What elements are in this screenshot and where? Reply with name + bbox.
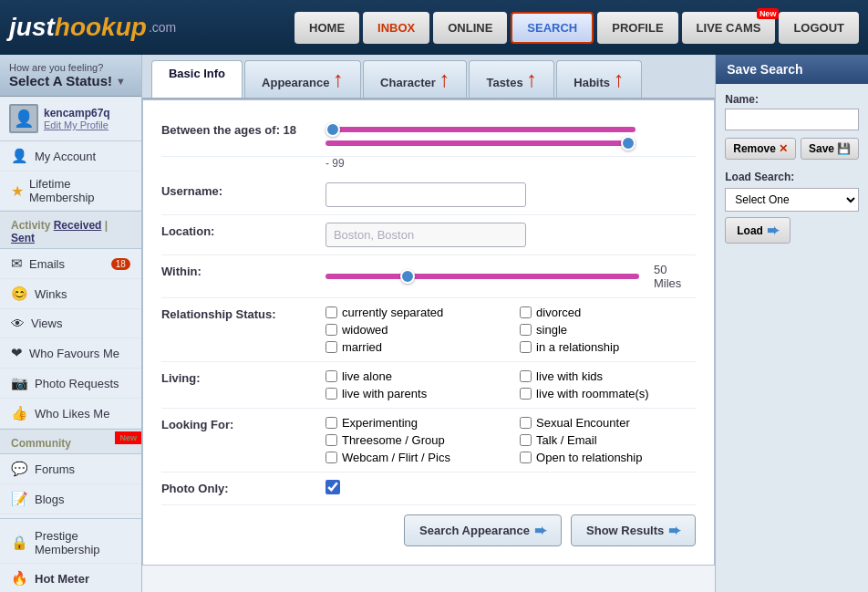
location-input[interactable] [326,223,526,247]
looking-for-label: Looking For: [161,416,326,431]
age-max-slider[interactable] [326,140,636,146]
living-options: live alone live with kids live with pare… [326,369,696,400]
emails-badge: 18 [111,258,130,270]
load-search-select[interactable]: Select One [725,188,859,212]
username-label: Username: [161,182,326,198]
tab-character[interactable]: Character ↑ [363,60,467,98]
logo-just: just [9,13,55,42]
logo-hookup: hookup [55,13,147,42]
living-kids: live with kids [520,369,696,383]
rel-single-cb[interactable] [520,324,532,336]
status-dropdown-icon: ▼ [116,76,126,87]
sidebar-item-blogs[interactable]: 📝 Blogs [0,484,141,514]
blogs-icon: 📝 [11,491,28,507]
star-icon: ★ [11,182,24,200]
community-new-badge: New [115,431,141,444]
living-alone: live alone [326,369,501,383]
sidebar-item-who-favours[interactable]: ❤ Who Favours Me [0,338,141,369]
sidebar-item-winks[interactable]: 😊 Winks [0,279,141,309]
nav-profile[interactable]: PROFILE [597,12,677,44]
load-button[interactable]: Load ➨ [725,217,790,244]
tab-tastes[interactable]: Tastes ↑ [469,60,554,98]
save-button[interactable]: Save 💾 [801,138,859,160]
sidebar-item-views[interactable]: 👁 Views [0,309,141,338]
search-appearance-button[interactable]: Search Appearance ➨ [404,514,562,546]
sidebar-item-lifetime[interactable]: ★ Lifetime Membership [0,171,141,211]
views-icon: 👁 [11,316,25,331]
save-floppy-icon: 💾 [837,142,851,155]
living-row: Living: live alone live with kids live w… [161,362,696,409]
lf-sexual-encounter-cb[interactable] [520,417,532,429]
tab-habits[interactable]: Habits ↑ [556,60,641,98]
nav-search[interactable]: SEARCH [511,12,594,44]
within-label: Within: [161,263,326,278]
relationship-label: Relationship Status: [161,306,326,321]
photo-only-label: Photo Only: [161,480,326,495]
nav: HOME INBOX ONLINE SEARCH PROFILE LIVE CA… [294,12,859,44]
save-remove-row: Remove ✕ Save 💾 [725,138,859,160]
winks-icon: 😊 [11,286,28,302]
lf-talk-email: Talk / Email [520,433,696,447]
tab-basic-info[interactable]: Basic Info [151,60,243,98]
lf-experimenting-cb[interactable] [326,417,337,429]
lf-webcam-cb[interactable] [326,452,337,463]
tab-appearance[interactable]: Appearance ↑ [244,60,361,98]
lf-open: Open to relationship [520,451,696,464]
buttons-row: Search Appearance ➨ Show Results ➨ [161,505,696,551]
rel-married-cb[interactable] [326,341,337,353]
prestige-icon: 🔒 [11,535,28,551]
rel-widowed: widowed [326,323,501,337]
nav-online[interactable]: ONLINE [433,12,507,44]
save-search-name-input[interactable] [725,109,859,130]
rel-in-relationship-cb[interactable] [520,341,532,353]
living-roommates-cb[interactable] [520,388,532,400]
rel-currently-separated-cb[interactable] [326,306,337,318]
sidebar-item-emails[interactable]: ✉ Emails 18 [0,249,141,279]
search-tabs: Basic Info Appearance ↑ Character ↑ Tast… [142,55,715,99]
profile-edit-link[interactable]: Edit My Profile [44,119,110,130]
remove-x-icon: ✕ [779,142,788,155]
lf-experimenting: Experimenting [326,416,501,430]
sidebar-item-photo-requests[interactable]: 📷 Photo Requests [0,369,141,399]
right-panel: Save Search Name: Remove ✕ Save 💾 Load S… [715,55,868,592]
show-results-button[interactable]: Show Results ➨ [571,514,696,546]
status-box[interactable]: How are you feeling? Select A Status! ▼ [0,55,141,97]
appearance-arrow: ↑ [333,67,344,92]
nav-home[interactable]: HOME [294,12,359,44]
sidebar-item-my-account[interactable]: 👤 My Account [0,141,141,171]
living-roommates: live with roommate(s) [520,387,696,400]
living-parents-cb[interactable] [326,388,337,400]
character-arrow: ↑ [439,67,450,92]
lf-sexual-encounter: Sexual Encounter [520,416,696,430]
living-kids-cb[interactable] [520,370,532,382]
remove-button[interactable]: Remove ✕ [725,138,796,160]
sidebar-item-prestige[interactable]: 🔒 Prestige Membership [0,523,141,564]
nav-logout[interactable]: LOGOUT [779,12,859,44]
email-icon: ✉ [11,255,23,272]
within-slider[interactable] [326,274,639,279]
sidebar-item-hot-meter[interactable]: 🔥 Hot Meter [0,564,141,592]
living-alone-cb[interactable] [326,370,337,382]
age-row: Between the ages of: 18 [161,114,696,157]
rel-currently-separated: currently separated [326,306,501,319]
logo: justhookup.com [9,13,176,42]
lf-talk-email-cb[interactable] [520,434,532,446]
status-select[interactable]: Select A Status! ▼ [9,73,132,88]
sidebar-item-forums[interactable]: 💬 Forums [0,454,141,484]
thumbsup-icon: 👍 [11,405,28,421]
username-input[interactable] [326,182,526,207]
rel-widowed-cb[interactable] [326,324,337,336]
nav-inbox[interactable]: INBOX [363,12,429,44]
sidebar-item-who-likes[interactable]: 👍 Who Likes Me [0,399,141,429]
tastes-arrow: ↑ [526,67,537,92]
lf-open-cb[interactable] [520,452,532,463]
age-min-slider[interactable] [326,127,636,132]
profile-box: 👤 kencamp67q Edit My Profile [0,97,141,141]
header: justhookup.com HOME INBOX ONLINE SEARCH … [0,0,868,55]
rel-divorced-cb[interactable] [520,306,532,318]
layout: How are you feeling? Select A Status! ▼ … [0,55,868,592]
lf-threesome-cb[interactable] [326,434,337,446]
load-search-label: Load Search: [725,171,859,183]
nav-livecams[interactable]: LIVE CAMS New [682,12,776,44]
photo-only-checkbox[interactable] [326,480,340,494]
